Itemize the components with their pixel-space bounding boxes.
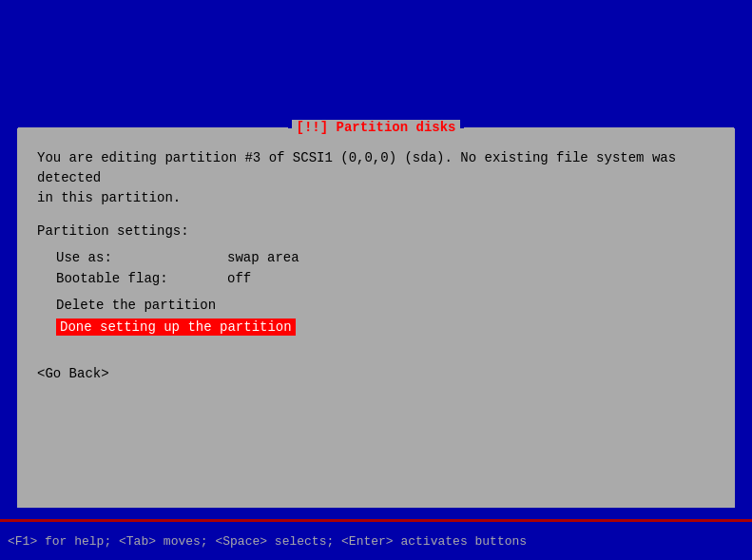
setting-bootable-key: Bootable flag: xyxy=(56,271,227,286)
title-line-left xyxy=(18,127,288,128)
setting-use-as-key: Use as: xyxy=(56,250,227,265)
action-delete-label: Delete the partition xyxy=(56,298,216,313)
go-back-button[interactable]: <Go Back> xyxy=(37,366,109,381)
settings-label: Partition settings: xyxy=(37,223,715,239)
dialog-title: [!!] Partition disks xyxy=(292,120,459,135)
setting-bootable[interactable]: Bootable flag: off xyxy=(56,271,715,286)
title-line-right xyxy=(464,127,734,128)
setting-use-as[interactable]: Use as: swap area xyxy=(56,250,715,265)
description: You are editing partition #3 of SCSI1 (0… xyxy=(37,148,715,208)
dialog-content: You are editing partition #3 of SCSI1 (0… xyxy=(18,129,734,351)
description-line2: in this partition. xyxy=(37,188,715,208)
go-back-area: <Go Back> xyxy=(18,366,734,381)
bottom-bar: <F1> for help; <Tab> moves; <Space> sele… xyxy=(0,522,752,560)
partition-dialog: [!!] Partition disks You are editing par… xyxy=(17,128,735,508)
settings-list: Use as: swap area Bootable flag: off Del… xyxy=(56,250,715,336)
bottom-help-text: <F1> for help; <Tab> moves; <Space> sele… xyxy=(8,534,527,549)
description-line1: You are editing partition #3 of SCSI1 (0… xyxy=(37,148,715,188)
dialog-title-bar: [!!] Partition disks xyxy=(18,120,734,135)
action-delete-partition[interactable]: Delete the partition xyxy=(56,298,715,313)
action-done-label: Done setting up the partition xyxy=(56,319,296,336)
action-done-partition[interactable]: Done setting up the partition xyxy=(56,319,715,336)
setting-use-as-value: swap area xyxy=(227,250,299,265)
setting-bootable-value: off xyxy=(227,271,251,286)
